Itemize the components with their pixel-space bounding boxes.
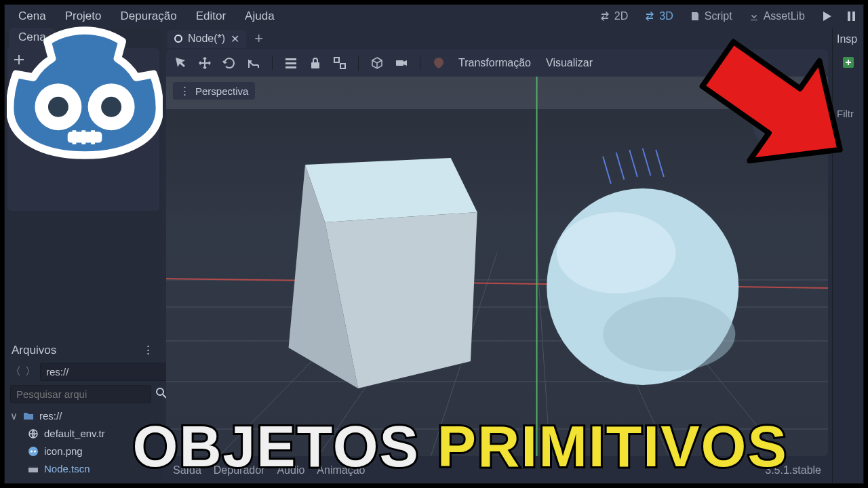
perspective-label: Perspectiva — [195, 85, 248, 97]
title-word-1: OBJETOS — [133, 413, 420, 479]
title-word-2: PRIMITIVOS — [437, 413, 788, 479]
close-tab-icon[interactable]: ✕ — [231, 33, 239, 45]
file-icon-label: icon.png — [44, 443, 83, 460]
svg-line-44 — [643, 148, 651, 176]
svg-point-9 — [28, 447, 38, 456]
svg-line-45 — [656, 150, 664, 177]
svg-rect-13 — [28, 466, 38, 468]
workspace-script-label: Script — [705, 10, 732, 22]
menu-help[interactable]: Ajuda — [237, 7, 282, 26]
workspace-tabs: 2D 3D Script AssetLib — [595, 7, 809, 25]
inspector-tab[interactable]: Insp — [833, 28, 863, 51]
godot-logo-overlay — [7, 15, 163, 171]
scene-tab-label: Node(*) — [188, 33, 225, 45]
scene-tab-node[interactable]: Node(*) ✕ — [167, 30, 246, 48]
svg-rect-20 — [396, 60, 403, 66]
swap-icon — [644, 11, 655, 22]
viewport-canvas — [166, 77, 828, 456]
workspace-assetlib-label: AssetLib — [764, 10, 805, 22]
svg-rect-17 — [311, 62, 319, 68]
menu-editor[interactable]: Editor — [188, 7, 234, 26]
camera-tool-icon[interactable] — [394, 56, 409, 70]
filesystem-menu-icon[interactable]: ⋮ — [142, 343, 155, 357]
svg-point-39 — [557, 212, 676, 293]
godot-icon — [28, 446, 39, 457]
perspective-menu-icon[interactable] — [180, 85, 190, 97]
svg-rect-15 — [285, 62, 296, 64]
svg-rect-54 — [91, 130, 95, 144]
workspace-assetlib[interactable]: AssetLib — [745, 7, 809, 25]
inspector-add-icon[interactable] — [841, 55, 856, 73]
gpu-tool-icon[interactable] — [431, 56, 446, 70]
transform-menu[interactable]: Transformação — [456, 56, 534, 70]
file-scene-label: Node.tscn — [44, 460, 90, 478]
svg-rect-19 — [340, 64, 345, 68]
run-controls — [820, 9, 858, 23]
rotate-tool-icon[interactable] — [222, 56, 237, 70]
svg-line-43 — [629, 150, 637, 177]
workspace-script[interactable]: Script — [686, 7, 736, 25]
node-ring-icon — [174, 35, 182, 43]
file-env-label: default_env.tr — [44, 425, 105, 443]
view-menu[interactable]: Visualizar — [543, 56, 595, 70]
swap-icon — [599, 11, 610, 22]
env-icon — [28, 428, 39, 439]
play-icon[interactable] — [820, 9, 833, 23]
orientation-gizmo[interactable] — [752, 90, 814, 152]
scale-tool-icon[interactable] — [246, 56, 261, 70]
right-dock: Insp Filtr — [832, 28, 863, 483]
svg-rect-14 — [285, 58, 296, 60]
filesystem-title: Arquivos — [12, 344, 56, 357]
script-icon — [690, 11, 701, 22]
svg-point-11 — [34, 451, 36, 453]
workspace-2d-label: 2D — [614, 10, 628, 22]
svg-point-10 — [31, 451, 33, 453]
svg-point-50 — [101, 97, 121, 117]
svg-rect-53 — [81, 130, 85, 144]
download-icon — [749, 11, 760, 22]
svg-point-40 — [603, 297, 735, 371]
group-tool-icon[interactable] — [332, 56, 347, 70]
cube-tool-icon[interactable] — [370, 56, 384, 70]
list-tool-icon[interactable] — [283, 56, 298, 70]
svg-rect-52 — [73, 130, 77, 144]
workspace-2d[interactable]: 2D — [595, 7, 632, 25]
filter-label[interactable]: Filtr — [833, 104, 863, 123]
folder-icon — [23, 411, 34, 422]
svg-point-49 — [48, 97, 68, 117]
scene-icon — [28, 464, 39, 474]
path-input[interactable] — [40, 363, 181, 381]
title-overlay: OBJETOS PRIMITIVOS — [133, 413, 788, 480]
folder-root-label: res:// — [39, 407, 62, 425]
svg-rect-21 — [166, 77, 828, 109]
perspective-badge[interactable]: Perspectiva — [173, 82, 255, 100]
svg-rect-18 — [334, 58, 339, 62]
viewport-toolbar: Transformação Visualizar — [166, 49, 828, 77]
svg-marker-35 — [305, 158, 477, 222]
svg-line-42 — [616, 152, 625, 180]
pause-icon[interactable] — [844, 9, 858, 23]
select-tool-icon[interactable] — [173, 56, 188, 70]
scene-tabs: Node(*) ✕ + — [162, 28, 832, 49]
svg-line-41 — [603, 157, 611, 184]
add-scene-tab[interactable]: + — [250, 30, 267, 47]
move-tool-icon[interactable] — [197, 56, 212, 70]
lock-tool-icon[interactable] — [308, 56, 323, 70]
3d-viewport[interactable]: Perspectiva — [166, 77, 828, 456]
workspace-3d[interactable]: 3D — [640, 7, 677, 25]
nav-back-icon[interactable]: 〈 — [10, 365, 21, 380]
nav-fwd-icon[interactable]: 〉 — [25, 365, 36, 380]
file-search-input[interactable] — [10, 385, 151, 403]
workspace-3d-label: 3D — [659, 10, 673, 22]
svg-rect-16 — [285, 66, 296, 68]
